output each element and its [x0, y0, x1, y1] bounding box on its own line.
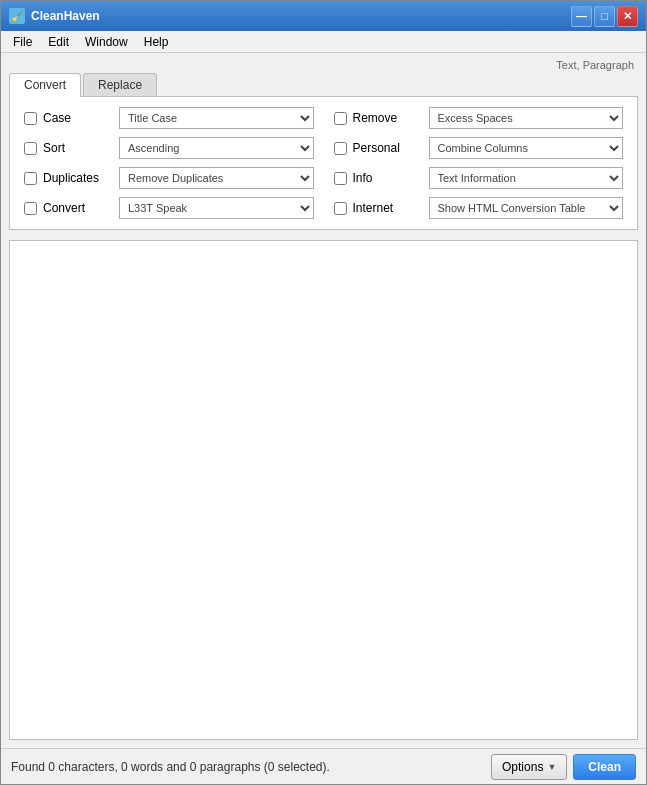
menu-help[interactable]: Help [136, 33, 177, 51]
option-row-info: Info Text Information Word Count Charact… [334, 167, 624, 189]
options-panel: Case Title Case UPPER CASE lower case Se… [9, 96, 638, 230]
select-personal[interactable]: Combine Columns Split Columns [429, 137, 624, 159]
menu-file[interactable]: File [5, 33, 40, 51]
select-info[interactable]: Text Information Word Count Character Co… [429, 167, 624, 189]
select-convert[interactable]: L33T Speak Pig Latin Morse Code [119, 197, 314, 219]
select-duplicates[interactable]: Remove Duplicates Keep Duplicates [119, 167, 314, 189]
label-convert: Convert [43, 201, 113, 215]
menu-bar: File Edit Window Help [1, 31, 646, 53]
select-remove[interactable]: Excess Spaces Empty Lines HTML Tags [429, 107, 624, 129]
status-buttons: Options ▼ Clean [491, 754, 636, 780]
option-row-duplicates: Duplicates Remove Duplicates Keep Duplic… [24, 167, 314, 189]
app-window: 🧹 CleanHaven — □ ✕ File Edit Window Help… [0, 0, 647, 785]
title-bar: 🧹 CleanHaven — □ ✕ [1, 1, 646, 31]
menu-window[interactable]: Window [77, 33, 136, 51]
status-bar: Found 0 characters, 0 words and 0 paragr… [1, 748, 646, 784]
options-label: Options [502, 760, 543, 774]
maximize-button[interactable]: □ [594, 6, 615, 27]
window-controls: — □ ✕ [571, 6, 638, 27]
select-case[interactable]: Title Case UPPER CASE lower case Sentenc… [119, 107, 314, 129]
select-internet[interactable]: Show HTML Conversion Table URL Encode UR… [429, 197, 624, 219]
label-personal: Personal [353, 141, 423, 155]
option-row-internet: Internet Show HTML Conversion Table URL … [334, 197, 624, 219]
text-area-container [9, 236, 638, 744]
main-content: Text, Paragraph Convert Replace Case Tit… [1, 53, 646, 748]
options-dropdown-arrow: ▼ [547, 762, 556, 772]
clean-button[interactable]: Clean [573, 754, 636, 780]
minimize-button[interactable]: — [571, 6, 592, 27]
option-row-convert: Convert L33T Speak Pig Latin Morse Code [24, 197, 314, 219]
close-button[interactable]: ✕ [617, 6, 638, 27]
options-button[interactable]: Options ▼ [491, 754, 567, 780]
option-row-case: Case Title Case UPPER CASE lower case Se… [24, 107, 314, 129]
label-sort: Sort [43, 141, 113, 155]
window-title: CleanHaven [31, 9, 571, 23]
select-sort[interactable]: Ascending Descending [119, 137, 314, 159]
option-row-sort: Sort Ascending Descending [24, 137, 314, 159]
checkbox-remove[interactable] [334, 112, 347, 125]
tab-bar: Convert Replace [9, 73, 638, 96]
checkbox-duplicates[interactable] [24, 172, 37, 185]
checkbox-case[interactable] [24, 112, 37, 125]
option-row-personal: Personal Combine Columns Split Columns [334, 137, 624, 159]
app-icon: 🧹 [9, 8, 25, 24]
checkbox-sort[interactable] [24, 142, 37, 155]
label-duplicates: Duplicates [43, 171, 113, 185]
checkbox-convert[interactable] [24, 202, 37, 215]
label-internet: Internet [353, 201, 423, 215]
context-label: Text, Paragraph [9, 57, 638, 73]
option-row-remove: Remove Excess Spaces Empty Lines HTML Ta… [334, 107, 624, 129]
label-remove: Remove [353, 111, 423, 125]
label-info: Info [353, 171, 423, 185]
tab-convert[interactable]: Convert [9, 73, 81, 97]
label-case: Case [43, 111, 113, 125]
tab-replace[interactable]: Replace [83, 73, 157, 96]
menu-edit[interactable]: Edit [40, 33, 77, 51]
checkbox-info[interactable] [334, 172, 347, 185]
main-textarea[interactable] [9, 240, 638, 740]
status-text: Found 0 characters, 0 words and 0 paragr… [11, 760, 330, 774]
checkbox-personal[interactable] [334, 142, 347, 155]
checkbox-internet[interactable] [334, 202, 347, 215]
